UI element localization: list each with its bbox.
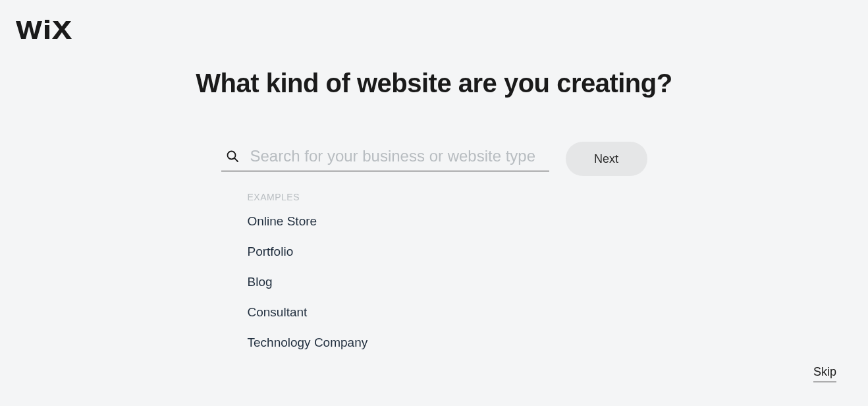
main-content: What kind of website are you creating? N… [0,0,868,350]
examples-list: Online Store Portfolio Blog Consultant T… [248,214,549,350]
search-icon [227,150,238,162]
example-item-technology-company[interactable]: Technology Company [248,335,549,350]
search-row: Next [221,142,647,176]
wix-logo[interactable] [16,20,72,40]
wix-logo-icon [16,20,72,40]
examples-block: EXAMPLES Online Store Portfolio Blog Con… [221,192,549,350]
example-item-online-store[interactable]: Online Store [248,214,549,229]
example-item-portfolio[interactable]: Portfolio [248,245,549,259]
svg-line-1 [234,158,238,161]
next-button[interactable]: Next [566,142,647,176]
page-heading: What kind of website are you creating? [196,69,672,98]
examples-label: EXAMPLES [248,192,549,202]
example-item-consultant[interactable]: Consultant [248,305,549,320]
skip-button[interactable]: Skip [813,365,836,382]
example-item-blog[interactable]: Blog [248,275,549,289]
search-input[interactable] [250,147,549,165]
search-wrap [221,147,549,171]
